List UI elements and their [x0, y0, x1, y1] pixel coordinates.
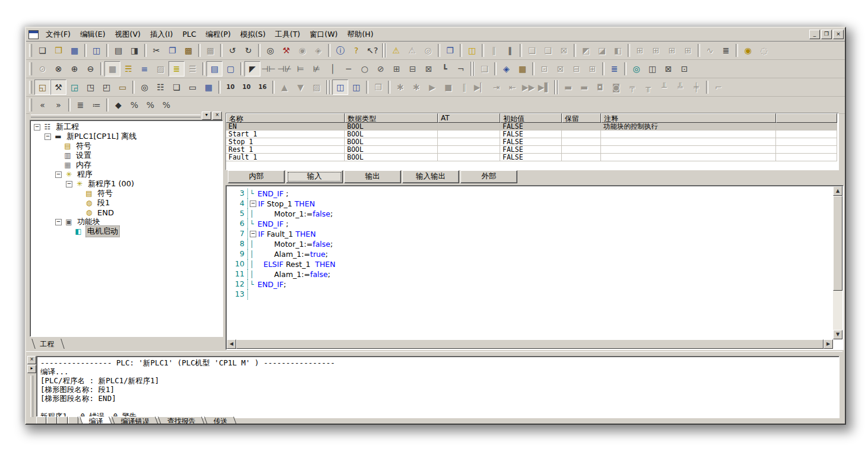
table-cell[interactable] — [438, 138, 500, 146]
compile-plc-check-icon[interactable]: ⚠ — [404, 43, 420, 58]
show-rung-wrap-icon[interactable]: ≣ — [168, 61, 185, 77]
output-tab-查找报告[interactable]: 查找报告 — [158, 416, 205, 424]
accept-rung-edit-icon[interactable]: ◈ — [498, 61, 514, 77]
hold-scan-icon[interactable]: ✱ — [392, 79, 408, 95]
download-to-plc-icon[interactable]: ❑ — [524, 43, 540, 58]
code-line[interactable]: 4−IF Stop_1 THEN — [227, 199, 833, 209]
tree-item-新程序1 (00)[interactable]: −✳新程序1 (00) — [30, 179, 222, 189]
disable-breakpoint-icon[interactable]: ◙ — [608, 79, 624, 95]
table-cell[interactable]: FALSE — [500, 131, 562, 138]
insert-rung-icon[interactable]: ⊟ — [568, 61, 584, 77]
table-cell[interactable]: EN — [226, 123, 345, 131]
radix-hex-icon[interactable]: 16 — [255, 79, 271, 95]
new-or-contact-icon[interactable]: ⊨ — [292, 61, 309, 77]
print-preview-icon[interactable]: ◨ — [126, 43, 142, 58]
table-cell[interactable] — [776, 131, 837, 138]
tree-item-内存[interactable]: ▦内存 — [30, 160, 222, 170]
fb-edit-window-icon[interactable]: ⚒ — [50, 79, 66, 95]
menu-item-5[interactable]: PLC — [177, 28, 201, 41]
code-line[interactable]: 10│ELSIF Rest_1 THEN — [227, 259, 833, 269]
var-tab-输入输出[interactable]: 输入输出 — [402, 170, 459, 183]
tree-item-新工程[interactable]: −☷新工程 — [30, 122, 222, 132]
table-cell[interactable] — [438, 123, 500, 131]
sim-run-icon[interactable]: ▶ — [424, 79, 440, 95]
differential-down-icon[interactable]: ╨ — [656, 79, 672, 95]
address-reference-window-icon[interactable]: ◳ — [82, 79, 98, 95]
table-cell[interactable]: 功能块的控制执行 — [601, 123, 776, 131]
new-inverted-instruction-icon[interactable]: ⊟ — [405, 61, 421, 77]
new-or-closed-contact-icon[interactable]: ⊭ — [309, 61, 325, 77]
pause-icon[interactable]: ∥ — [502, 43, 518, 58]
table-row[interactable]: Rest_1BOOLFALSE — [226, 146, 838, 154]
usage-percent-work-icon[interactable]: % — [142, 97, 158, 113]
simulator-online-icon[interactable]: ◫ — [332, 79, 348, 95]
new-coil-icon[interactable]: ○ — [357, 61, 373, 77]
var-tab-输出[interactable]: 输出 — [344, 170, 401, 183]
online-work-check-icon[interactable]: ◫ — [464, 43, 480, 58]
table-cell[interactable] — [562, 154, 601, 161]
collapse-expander-icon[interactable]: − — [66, 181, 72, 187]
collapse-expander-icon[interactable]: − — [55, 171, 62, 178]
code-line[interactable]: 9│Alam_1:=true; — [227, 249, 833, 259]
show-rung-comments-icon[interactable]: ≡ — [136, 61, 152, 77]
tree-item-电机启动[interactable]: ◧电机启动 — [30, 227, 222, 236]
table-cell[interactable]: FALSE — [500, 138, 562, 146]
tree-item-新PLC1[CP1L] 离线[interactable]: −▬新PLC1[CP1L] 离线 — [30, 132, 222, 141]
tree-item-符号[interactable]: ▤符号 — [30, 189, 222, 198]
simulator-transfer-icon[interactable]: ❐ — [370, 79, 386, 95]
sim-scan-run-icon[interactable]: ▶▌ — [536, 79, 552, 95]
usage-percent-io-icon[interactable]: % — [126, 97, 142, 113]
context-help-icon[interactable]: ↖? — [364, 43, 380, 58]
run-mode-icon[interactable]: ◧ — [610, 43, 626, 58]
table-cell[interactable] — [562, 131, 601, 138]
compile-program-check-icon[interactable]: ⚠ — [388, 43, 404, 58]
tree-item-段1[interactable]: ◍段1 — [30, 198, 222, 208]
output-nav-prev-button[interactable] — [47, 416, 57, 424]
transfer-check-icon[interactable]: ❐ — [442, 43, 458, 58]
table-cell[interactable] — [776, 123, 837, 131]
show-comments-icon[interactable]: ☴ — [120, 61, 136, 77]
table-cell[interactable] — [776, 138, 837, 146]
menu-item-9[interactable]: 窗口(W) — [305, 28, 342, 41]
output-tab-编译[interactable]: 编译 — [80, 416, 113, 424]
table-cell[interactable]: Fault_1 — [226, 154, 345, 161]
menu-item-3[interactable]: 视图(V) — [110, 28, 145, 41]
sim-stop-icon[interactable]: ■ — [440, 79, 456, 95]
window-cross-icon[interactable]: ⊠ — [660, 61, 676, 77]
code-line[interactable]: 11│Alam_1:=false; — [227, 269, 833, 279]
table-cell[interactable]: FALSE — [500, 146, 562, 154]
force-lock-icon[interactable]: ◉ — [740, 43, 756, 58]
mnemonic-view-icon[interactable]: ▤ — [206, 61, 222, 77]
force-indent-icon[interactable]: « — [34, 97, 50, 113]
watch-window-icon[interactable]: ◎ — [628, 61, 644, 77]
set-breakpoint-icon[interactable]: ▬ — [560, 79, 576, 95]
table-cell[interactable]: BOOL — [345, 123, 438, 131]
table-cell[interactable]: Start_1 — [226, 131, 345, 138]
table-cell[interactable]: FALSE — [500, 154, 562, 161]
minimize-button[interactable]: _ — [809, 30, 820, 39]
undo-icon[interactable]: ↺ — [224, 43, 240, 58]
scroll-right-icon[interactable]: ▶ — [824, 339, 833, 349]
find-icon[interactable]: ◎ — [262, 43, 278, 58]
new-contact-icon[interactable]: ⊣⊢ — [260, 61, 276, 77]
cut-rung-icon[interactable]: ¬ — [453, 61, 469, 77]
scroll-up-icon[interactable]: ▲ — [833, 186, 842, 196]
find-check-result-icon[interactable]: ◎ — [420, 43, 436, 58]
collapse-expander-icon[interactable]: − — [44, 133, 51, 140]
menu-item-8[interactable]: 工具(T) — [271, 28, 305, 41]
code-line[interactable]: 6└END_IF ; — [227, 219, 833, 229]
zoom-tool-icon[interactable]: ⊙ — [34, 61, 50, 77]
force-release-icon[interactable]: ◌ — [756, 43, 772, 58]
new-rung-branch-icon[interactable]: ┗ — [437, 61, 453, 77]
plc-memory-icon[interactable]: ⊞ — [664, 43, 680, 58]
table-cell[interactable]: BOOL — [345, 146, 438, 154]
find-bit-address-icon[interactable]: ◉ — [294, 43, 310, 58]
new-closed-contact-icon[interactable]: ⊣⊬ — [276, 61, 292, 77]
table-cell[interactable] — [562, 138, 601, 146]
open-file-icon[interactable]: ❒ — [50, 43, 66, 58]
monitor-mode-icon[interactable]: ◪ — [594, 43, 610, 58]
table-cell[interactable] — [601, 146, 776, 154]
hscroll-thumb[interactable] — [236, 339, 824, 349]
force-set-icon[interactable]: ▲ — [276, 79, 292, 95]
zoom-out-icon[interactable]: ⊖ — [82, 61, 98, 77]
